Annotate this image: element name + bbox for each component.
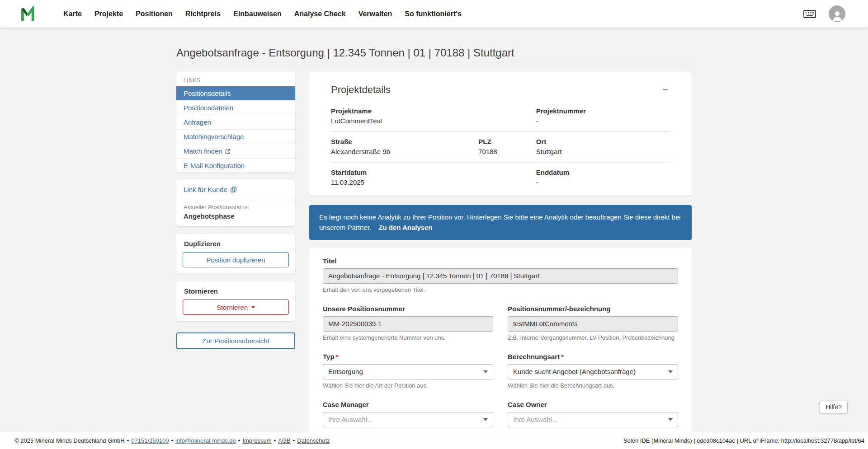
project-details-row: Straße Alexanderstraße 9b PLZ 70188 Ort … [331, 131, 670, 162]
nav-item-richtpreis[interactable]: Richtpreis [185, 10, 221, 18]
field-value: 11.03.2025 [331, 178, 478, 186]
cancel-position-button[interactable]: Stornieren [183, 299, 289, 315]
user-icon [830, 9, 844, 22]
copy-icon [231, 187, 236, 192]
case-owner-select[interactable]: Ihre Auswahl... [508, 412, 678, 427]
typ-selected-value: Entsorgung [328, 368, 363, 375]
positionsnummer-label: Unsere Positionsnummer [323, 305, 493, 313]
field-label: Startdatum [331, 168, 478, 176]
customer-link-card: Link für Kunde Aktueller Positionsstatus… [176, 180, 295, 226]
page-title: Angebotsanfrage - Entsorgung | 12.345 To… [176, 47, 692, 59]
bezeichnung-field: Positionsnummer/-bezeichnung Z.B. Intern… [508, 305, 678, 341]
top-navbar: Karte Projekte Positionen Richtpreis Ein… [0, 0, 868, 28]
footer-agb-link[interactable]: AGB [278, 437, 290, 444]
footer-email-link[interactable]: info@mineral-minds.de [175, 437, 236, 444]
field-label: Projektname [331, 107, 478, 115]
field-value: 70188 [478, 148, 536, 155]
case-owner-field: Case Owner Ihre Auswahl... [508, 401, 678, 427]
typ-select[interactable]: Entsorgung [323, 364, 493, 379]
sidebar-item-label: Matchingvorschläge [184, 133, 244, 140]
titel-field: Titel Erhält den von uns vorgegebenen Ti… [323, 257, 678, 293]
nav-item-karte[interactable]: Karte [63, 10, 82, 18]
case-manager-select[interactable]: Ihre Auswahl... [323, 412, 493, 427]
content-wrapper: Angebotsanfrage - Entsorgung | 12.345 To… [176, 28, 692, 449]
sidebar-links-card: LINKS Positionsdetails Positionsdateien … [176, 72, 295, 173]
field-value: LotCommentTest [331, 117, 478, 125]
required-asterisk: * [561, 353, 564, 360]
sidebar-item-label: E-Mail Konfiguration [184, 162, 245, 169]
footer-separator: • [171, 437, 173, 444]
field-label: Straße [331, 138, 478, 145]
mineral-minds-logo[interactable] [21, 6, 38, 22]
footer-impressum-link[interactable]: Impressum [242, 437, 271, 444]
duplicate-position-button[interactable]: Position duplizieren [183, 252, 289, 267]
sidebar-item-label: Match finden [184, 147, 222, 155]
sidebar-item-label: Positionsdateien [184, 104, 233, 112]
case-owner-placeholder: Ihre Auswahl... [513, 416, 557, 423]
external-link-icon [225, 149, 231, 154]
project-details-row: Projektname LotCommentTest Projektnummer… [331, 101, 670, 131]
nav-item-analyse-check[interactable]: Analyse Check [294, 10, 346, 18]
footer-debug-info: Selen IDE (Mineral Minds) | edcd08c104ac… [623, 437, 864, 444]
footer-separator: • [293, 437, 295, 444]
analyses-link[interactable]: Zu den Analysen [378, 224, 432, 231]
nav-item-projekte[interactable]: Projekte [94, 10, 123, 18]
position-overview-button[interactable]: Zur Positionsübersicht [176, 332, 295, 349]
typ-label: Typ [323, 353, 335, 360]
berechnungsart-field: Berechnungsart* Kunde sucht Angebot (Ang… [508, 353, 678, 389]
status-label: Aktueller Positionsstatus: [184, 204, 288, 210]
customer-link-button[interactable]: Link für Kunde [176, 180, 295, 199]
customer-link-label: Link für Kunde [184, 186, 227, 193]
cancel-card: Stornieren Stornieren [176, 281, 295, 321]
links-heading: LINKS [176, 72, 295, 86]
field-value: Stuttgart [536, 148, 670, 155]
titel-input[interactable] [323, 268, 678, 284]
positionsnummer-helper: Erhält eine systemgenerierte Nummer von … [323, 334, 493, 341]
field-label: Projektnummer [536, 107, 670, 115]
nav-item-so-funktionierts[interactable]: So funktioniert's [405, 10, 462, 18]
keyboard-icon[interactable] [803, 10, 816, 18]
sidebar-item-positionsdetails[interactable]: Positionsdetails [176, 86, 295, 100]
analytics-alert-banner: Es liegt noch keine Analytik zu Ihrer Po… [309, 205, 692, 240]
sidebar-item-match-finden[interactable]: Match finden [176, 144, 295, 158]
overview-button-label: Zur Positionsübersicht [202, 337, 269, 345]
case-manager-field: Case Manager Ihre Auswahl... [323, 401, 493, 427]
footer: © 2025 Mineral Minds Deutschland GmbH • … [0, 432, 868, 449]
main-navigation: Karte Projekte Positionen Richtpreis Ein… [57, 10, 468, 18]
sidebar-item-email-konfiguration[interactable]: E-Mail Konfiguration [176, 158, 295, 173]
sidebar-item-matchingvorschlaege[interactable]: Matchingvorschläge [176, 129, 295, 144]
case-manager-label: Case Manager [323, 401, 493, 408]
nav-item-positionen[interactable]: Positionen [136, 10, 173, 18]
chevron-down-icon [668, 418, 673, 421]
sidebar-item-anfragen[interactable]: Anfragen [176, 115, 295, 129]
cancel-button-label: Stornieren [217, 304, 248, 311]
chevron-down-icon [483, 418, 488, 421]
bezeichnung-label: Positionsnummer/-bezeichnung [508, 305, 678, 313]
help-button[interactable]: Hilfe? [820, 401, 848, 413]
nav-item-verwalten[interactable]: Verwalten [359, 10, 392, 18]
nav-item-einbauweisen[interactable]: Einbauweisen [233, 10, 282, 18]
collapse-icon[interactable]: − [660, 85, 670, 95]
berechnungsart-helper: Wählen Sie hier die Berechnungsart aus. [508, 382, 678, 389]
avatar [829, 5, 845, 22]
sidebar-item-positionsdateien[interactable]: Positionsdateien [176, 100, 295, 115]
berechnungsart-label: Berechnungsart [508, 353, 560, 360]
field-value: - [536, 178, 670, 186]
required-asterisk: * [336, 353, 339, 360]
bezeichnung-input[interactable] [508, 316, 678, 332]
user-menu-button[interactable] [829, 5, 845, 22]
bezeichnung-helper: Z.B. Interne-Vorgangsnummer, LV-Position… [508, 334, 678, 341]
footer-datenschutz-link[interactable]: Datenschutz [297, 437, 330, 444]
positionsnummer-input[interactable] [323, 316, 493, 332]
chevron-down-icon [251, 306, 255, 309]
duplicate-heading: Duplizieren [183, 240, 289, 248]
berechnungsart-select[interactable]: Kunde sucht Angebot (Angebotsanfrage) [508, 364, 678, 379]
footer-phone-link[interactable]: 07151/250100 [131, 437, 169, 444]
logo-m-icon [21, 6, 38, 22]
position-status-block: Aktueller Positionsstatus: Angebotsphase [176, 199, 295, 226]
sidebar: LINKS Positionsdetails Positionsdateien … [176, 72, 295, 349]
help-button-label: Hilfe? [826, 403, 842, 411]
typ-helper: Wählen Sie hier die Art der Position aus… [323, 382, 493, 389]
case-manager-placeholder: Ihre Auswahl... [328, 416, 373, 423]
page-header: Angebotsanfrage - Entsorgung | 12.345 To… [176, 47, 692, 65]
